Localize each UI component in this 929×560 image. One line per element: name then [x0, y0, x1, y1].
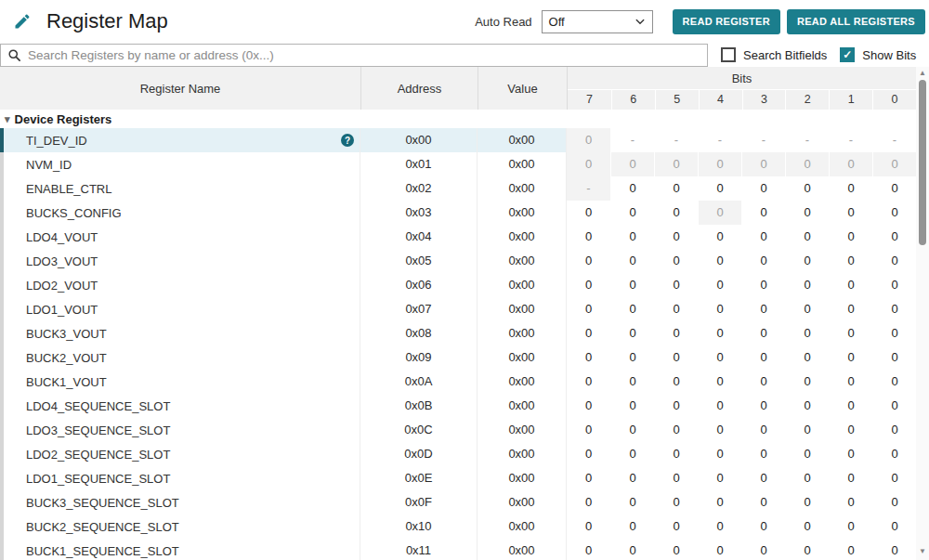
bit-cell[interactable]: 0	[610, 370, 654, 394]
register-name-cell[interactable]: BUCK1_VOUT	[4, 370, 360, 394]
register-name-cell[interactable]: BUCK3_VOUT	[4, 321, 360, 345]
bit-cell[interactable]: 0	[567, 201, 610, 225]
bit-cell[interactable]: 0	[567, 418, 610, 442]
bit-cell[interactable]: 0	[785, 514, 829, 539]
bit-cell[interactable]: 0	[567, 152, 610, 176]
bit-cell[interactable]: 0	[654, 225, 698, 249]
bit-cell[interactable]: 0	[741, 225, 785, 249]
bit-cell[interactable]: 0	[829, 225, 872, 249]
register-row[interactable]: ENABLE_CTRL 0x02 0x00 -0000000	[0, 176, 916, 201]
register-row[interactable]: LDO3_SEQUENCE_SLOT 0x0C 0x00 00000000	[0, 418, 916, 442]
bit-cell[interactable]: 0	[698, 370, 741, 394]
bit-cell[interactable]: 0	[785, 225, 829, 249]
bit-cell[interactable]: 0	[741, 514, 785, 539]
value-cell[interactable]: 0x00	[478, 539, 567, 560]
bit-cell[interactable]: 0	[610, 225, 654, 249]
bit-cell[interactable]: 0	[872, 152, 916, 176]
bit-cell[interactable]: 0	[698, 176, 741, 201]
bit-cell[interactable]: 0	[654, 201, 698, 225]
bit-cell[interactable]: 0	[610, 297, 654, 321]
bit-cell[interactable]: 0	[567, 370, 610, 394]
register-row[interactable]: BUCK2_VOUT 0x09 0x00 00000000	[0, 345, 916, 370]
show-bits-checkbox[interactable]: ✓	[840, 47, 855, 62]
value-cell[interactable]: 0x00	[478, 514, 567, 539]
register-name-cell[interactable]: LDO1_SEQUENCE_SLOT	[4, 466, 360, 490]
bit-cell[interactable]: 0	[654, 297, 698, 321]
bit-cell[interactable]: 0	[785, 394, 829, 418]
register-row[interactable]: TI_DEV_ID ? 0x00 0x00 0-------	[0, 128, 916, 152]
bit-cell[interactable]: 0	[654, 442, 698, 466]
bit-cell[interactable]: 0	[610, 201, 654, 225]
bit-cell[interactable]: 0	[872, 176, 916, 201]
bit-cell[interactable]: 0	[829, 297, 872, 321]
bit-cell[interactable]: 0	[567, 466, 610, 490]
register-name-cell[interactable]: LDO1_VOUT	[4, 297, 360, 321]
register-name-cell[interactable]: BUCK3_SEQUENCE_SLOT	[4, 490, 360, 514]
bit-cell[interactable]: -	[785, 128, 829, 152]
bit-cell[interactable]: 0	[567, 394, 610, 418]
bit-cell[interactable]: 0	[567, 514, 610, 539]
bit-cell[interactable]: 0	[872, 514, 916, 539]
bit-cell[interactable]: 0	[654, 418, 698, 442]
bit-cell[interactable]: 0	[741, 297, 785, 321]
bit-cell[interactable]: 0	[872, 345, 916, 370]
bit-cell[interactable]: 0	[872, 442, 916, 466]
vertical-scrollbar[interactable]: ▲ ▼	[916, 67, 929, 560]
bit-cell[interactable]: 0	[654, 176, 698, 201]
bit-cell[interactable]: 0	[872, 394, 916, 418]
scrollbar-thumb[interactable]	[919, 80, 926, 245]
bit-cell[interactable]: 0	[654, 345, 698, 370]
help-icon[interactable]: ?	[341, 134, 354, 147]
bit-cell[interactable]: 0	[785, 297, 829, 321]
value-cell[interactable]: 0x00	[478, 370, 567, 394]
bit-cell[interactable]: 0	[698, 539, 741, 560]
value-cell[interactable]: 0x00	[478, 273, 567, 297]
bit-cell[interactable]: 0	[829, 418, 872, 442]
bit-cell[interactable]: 0	[829, 442, 872, 466]
bit-cell[interactable]: 0	[741, 152, 785, 176]
bit-cell[interactable]: 0	[741, 442, 785, 466]
bit-cell[interactable]: -	[829, 128, 872, 152]
bit-cell[interactable]: 0	[785, 249, 829, 273]
bit-cell[interactable]: 0	[829, 176, 872, 201]
bit-cell[interactable]: 0	[610, 394, 654, 418]
bit-cell[interactable]: -	[567, 176, 610, 201]
bit-cell[interactable]: 0	[654, 321, 698, 345]
bit-cell[interactable]: 0	[785, 273, 829, 297]
read-all-registers-button[interactable]: READ ALL REGISTERS	[787, 9, 925, 34]
bit-cell[interactable]: 0	[567, 442, 610, 466]
register-name-cell[interactable]: LDO3_VOUT	[4, 249, 360, 273]
bit-cell[interactable]: 0	[654, 152, 698, 176]
bit-cell[interactable]: 0	[610, 273, 654, 297]
bit-cell[interactable]: 0	[741, 490, 785, 514]
register-name-cell[interactable]: BUCK2_SEQUENCE_SLOT	[4, 514, 360, 539]
bit-cell[interactable]: 0	[741, 321, 785, 345]
collapse-caret-icon[interactable]: ▾	[5, 113, 10, 125]
bit-cell[interactable]: 0	[610, 418, 654, 442]
bit-cell[interactable]: 0	[741, 418, 785, 442]
bit-cell[interactable]: 0	[872, 466, 916, 490]
bit-cell[interactable]: 0	[741, 249, 785, 273]
bit-cell[interactable]: -	[610, 128, 654, 152]
bit-cell[interactable]: 0	[741, 273, 785, 297]
register-row[interactable]: LDO4_VOUT 0x04 0x00 00000000	[0, 225, 916, 249]
bit-cell[interactable]: 0	[829, 152, 872, 176]
bit-cell[interactable]: 0	[785, 152, 829, 176]
value-cell[interactable]: 0x00	[478, 490, 567, 514]
bit-cell[interactable]: 0	[829, 345, 872, 370]
bit-cell[interactable]: 0	[610, 345, 654, 370]
bit-cell[interactable]: 0	[741, 466, 785, 490]
bit-cell[interactable]: 0	[610, 442, 654, 466]
bit-cell[interactable]: 0	[829, 394, 872, 418]
value-cell[interactable]: 0x00	[478, 418, 567, 442]
bit-cell[interactable]: 0	[872, 321, 916, 345]
register-name-cell[interactable]: ENABLE_CTRL	[4, 176, 360, 201]
register-name-cell[interactable]: LDO2_SEQUENCE_SLOT	[4, 442, 360, 466]
bit-cell[interactable]: -	[698, 128, 741, 152]
register-row[interactable]: LDO2_SEQUENCE_SLOT 0x0D 0x00 00000000	[0, 442, 916, 466]
bit-cell[interactable]: 0	[741, 201, 785, 225]
bit-cell[interactable]: 0	[567, 345, 610, 370]
scroll-up-icon[interactable]: ▲	[916, 67, 929, 80]
bit-cell[interactable]: -	[654, 128, 698, 152]
bit-cell[interactable]: 0	[785, 321, 829, 345]
